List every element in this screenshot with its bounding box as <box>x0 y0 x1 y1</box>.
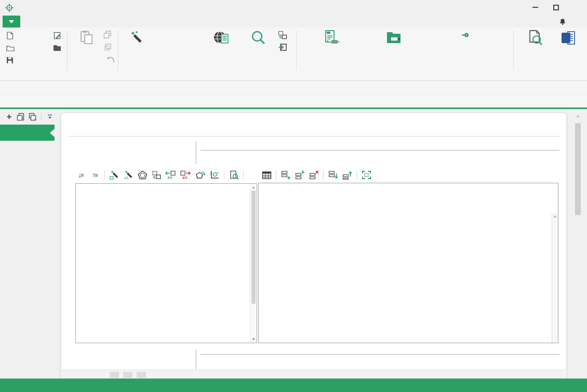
delete-node-button[interactable] <box>247 169 259 181</box>
app-menu-button[interactable] <box>3 16 20 28</box>
replace-objects-button[interactable]: S <box>277 30 288 40</box>
document-preview-icon <box>528 30 543 46</box>
axes-icon: xy <box>209 170 220 180</box>
close-button[interactable] <box>566 0 587 15</box>
notifications-bell-icon[interactable] <box>559 18 566 25</box>
paste-clipboard-icon <box>79 30 94 46</box>
duplicate-page-with-data-button[interactable] <box>28 112 38 122</box>
transform-contour-button[interactable] <box>195 169 206 181</box>
fit-selection-button[interactable] <box>361 169 372 181</box>
swap-coordinates-button[interactable]: S <box>151 169 162 181</box>
open-project-button[interactable] <box>6 43 19 53</box>
word-document-icon <box>561 30 576 46</box>
page-tab-1[interactable] <box>0 125 55 141</box>
object-info-button[interactable] <box>201 29 242 48</box>
menu-dropdown-icon <box>9 20 14 23</box>
coordinate-system-button[interactable]: xy <box>209 169 220 181</box>
group-separator <box>296 30 297 70</box>
redesignate-points-button[interactable] <box>109 169 120 181</box>
toolbar-separator <box>224 170 224 180</box>
delete-row-button[interactable] <box>308 169 319 181</box>
ribbon: S <box>0 28 587 81</box>
paste-special-button[interactable] <box>102 42 113 52</box>
duplicate-page-icon <box>17 113 25 121</box>
import-object-button[interactable] <box>277 42 288 52</box>
globe-info-icon <box>213 30 230 46</box>
title-bar <box>0 0 587 16</box>
status-bar <box>0 379 587 392</box>
scroll-up-icon[interactable]: ▲ <box>552 214 558 219</box>
pages-menu-button[interactable] <box>45 112 55 122</box>
undo-arrow-icon <box>105 56 115 63</box>
toolbar-separator <box>104 170 105 180</box>
renumber-points-button[interactable]: н1 <box>123 169 134 181</box>
scroll-up-icon[interactable]: ▲ <box>250 185 257 190</box>
add-page-button[interactable]: + <box>4 112 14 122</box>
maximize-button[interactable] <box>545 0 566 15</box>
pages-toolbar: + <box>0 109 55 125</box>
special-symbols-button[interactable] <box>277 55 292 65</box>
table-scrollbar[interactable]: ▲ <box>552 213 558 343</box>
build-polygon-button[interactable] <box>137 169 148 181</box>
svg-text:н1: н1 <box>124 175 128 180</box>
delete-row-icon <box>309 170 319 180</box>
scroll-down-icon[interactable]: ▼ <box>250 337 257 342</box>
minimize-icon <box>532 7 538 8</box>
preview-points-button[interactable] <box>228 169 239 181</box>
connections-rule <box>201 354 559 355</box>
new-from-template-button[interactable] <box>51 30 63 40</box>
prepare-plan-package-button[interactable] <box>364 29 425 48</box>
scrollbar-thumb[interactable] <box>251 191 256 304</box>
undo-button[interactable] <box>104 55 116 65</box>
search-button[interactable] <box>243 29 273 48</box>
tree-scrollbar[interactable]: ▲ ▼ <box>250 184 257 343</box>
table-toolbar <box>261 168 372 182</box>
document-edit-icon <box>54 32 61 39</box>
import-xy-icon: XY <box>165 170 177 180</box>
sort-points-descending-button[interactable]: ↓≡ <box>75 169 87 181</box>
page-scrollbar[interactable]: ▲ <box>575 113 581 379</box>
preview-drawing-button[interactable] <box>517 29 554 48</box>
print-button[interactable] <box>555 29 582 56</box>
quick-icons <box>559 16 580 28</box>
copy-icon <box>103 31 112 39</box>
table-view-button[interactable] <box>261 169 272 181</box>
open-folder-button[interactable] <box>51 43 63 53</box>
duplicate-page-button[interactable] <box>16 112 26 122</box>
toolbar-separator <box>243 170 244 180</box>
change-xml-version-button[interactable] <box>155 29 195 48</box>
svg-text:y: y <box>210 171 211 174</box>
save-project-button[interactable] <box>6 55 16 65</box>
search-icon <box>250 30 266 46</box>
minimize-button[interactable] <box>525 0 545 15</box>
objects-tree: ▲ ▼ <box>75 183 257 343</box>
new-project-button[interactable] <box>6 30 18 40</box>
prepare-declaration-package-button[interactable] <box>301 29 363 48</box>
swap-objects-icon: S <box>278 31 287 39</box>
tree-toolbar: ↓≡ ↑≡ н1 <box>75 168 259 182</box>
move-row-up-button[interactable] <box>341 169 353 181</box>
save-floppy-icon <box>6 57 14 64</box>
toolbar-separator <box>276 170 276 180</box>
table-icon <box>262 171 272 180</box>
copy-button[interactable] <box>102 30 113 40</box>
group-separator <box>118 30 118 70</box>
plan-package-folder-icon <box>385 31 403 45</box>
scroll-up-icon[interactable]: ▲ <box>575 113 581 118</box>
sort-points-ascending-button[interactable]: ↑≡ <box>89 169 101 181</box>
move-row-up-icon <box>342 170 352 180</box>
catalog-rule <box>201 150 559 151</box>
export-xy-icon: XY <box>180 170 192 180</box>
move-row-down-icon <box>328 170 338 180</box>
insert-row-below-button[interactable] <box>280 169 291 181</box>
scrollbar-thumb[interactable] <box>575 123 581 215</box>
insert-row-above-button[interactable] <box>294 169 305 181</box>
paste-button[interactable] <box>71 29 103 48</box>
export-coordinates-button[interactable]: XY <box>180 169 192 181</box>
calculate-button[interactable] <box>120 29 154 56</box>
maximize-icon <box>553 5 559 10</box>
import-coordinates-button[interactable]: XY <box>165 169 177 181</box>
swap-squares-icon: S <box>152 170 162 180</box>
move-row-down-button[interactable] <box>327 169 339 181</box>
send-to-rosreestr-button[interactable] <box>461 31 474 39</box>
